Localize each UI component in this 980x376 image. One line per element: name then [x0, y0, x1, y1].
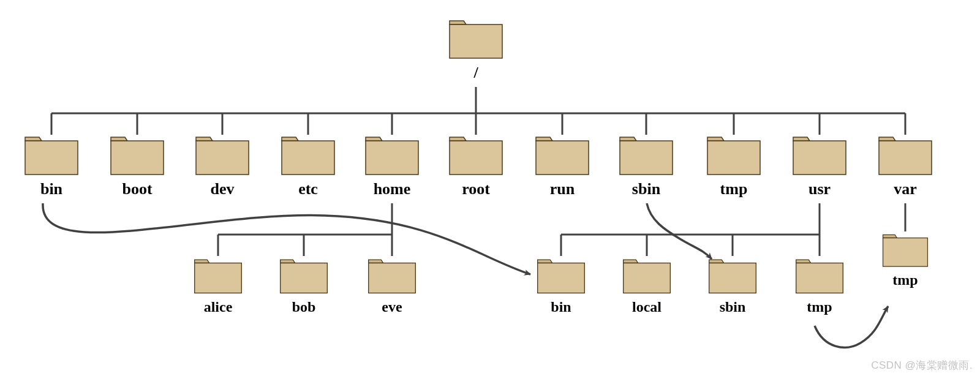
svg-rect-37: [195, 263, 242, 293]
folder-label: sbin: [707, 299, 758, 315]
folder-usr-sbin: sbin: [707, 256, 758, 315]
svg-rect-42: [709, 263, 756, 293]
folder-label: usr: [791, 180, 848, 198]
folder-icon: [23, 133, 80, 176]
folder-icon: [280, 133, 336, 176]
svg-rect-31: [450, 141, 502, 175]
filesystem-tree-diagram: / bin boot dev etc home root run sbin tm…: [0, 0, 980, 376]
folder-icon: [706, 133, 762, 176]
folder-label: tmp: [881, 272, 929, 288]
folder-icon: [877, 133, 933, 176]
folder-label: etc: [280, 180, 336, 198]
folder-icon: [618, 133, 674, 176]
folder-icon: [536, 256, 586, 295]
folder-label: boot: [109, 180, 165, 198]
svg-rect-34: [707, 141, 760, 175]
folder-bin: bin: [23, 133, 80, 198]
folder-label: sbin: [618, 180, 674, 198]
folder-label: tmp: [706, 180, 762, 198]
folder-icon: [794, 256, 845, 295]
folder-icon: [367, 256, 417, 295]
folder-icon: [193, 256, 243, 295]
svg-rect-43: [796, 263, 843, 293]
folder-icon: [881, 231, 929, 268]
folder-dev: dev: [194, 133, 251, 198]
svg-rect-39: [369, 263, 416, 293]
folder-label: run: [534, 180, 590, 198]
svg-rect-33: [620, 141, 673, 175]
folder-icon: [622, 256, 672, 295]
folder-label: dev: [194, 180, 251, 198]
svg-rect-27: [111, 141, 164, 175]
folder-icon: [109, 133, 165, 176]
folder-label: local: [622, 299, 672, 315]
folder-icon: [448, 17, 504, 60]
folder-sbin: sbin: [618, 133, 674, 198]
folder-home-eve: eve: [367, 256, 417, 315]
svg-rect-29: [282, 141, 334, 175]
svg-rect-25: [450, 24, 502, 58]
folder-usr-bin: bin: [536, 256, 586, 315]
folder-home-bob: bob: [279, 256, 329, 315]
folder-home-alice: alice: [193, 256, 243, 315]
folder-icon: [364, 133, 420, 176]
folder-root: /: [448, 17, 504, 82]
svg-rect-38: [281, 263, 328, 293]
folder-etc: etc: [280, 133, 336, 198]
watermark: CSDN @海棠赠微雨.: [871, 358, 973, 372]
folder-root-dir: root: [448, 133, 504, 198]
folder-home: home: [364, 133, 420, 198]
svg-rect-40: [538, 263, 585, 293]
folder-usr: usr: [791, 133, 848, 198]
svg-rect-30: [366, 141, 418, 175]
svg-rect-35: [793, 141, 846, 175]
folder-label: eve: [367, 299, 417, 315]
svg-rect-28: [196, 141, 249, 175]
folder-icon: [279, 256, 329, 295]
folder-label: bin: [23, 180, 80, 198]
folder-label: var: [877, 180, 933, 198]
folder-icon: [534, 133, 590, 176]
folder-usr-local: local: [622, 256, 672, 315]
folder-label: tmp: [794, 299, 845, 315]
folder-icon: [791, 133, 848, 176]
folder-label-root: /: [448, 64, 504, 82]
folder-label: bin: [536, 299, 586, 315]
folder-label: bob: [279, 299, 329, 315]
folder-icon: [448, 133, 504, 176]
svg-rect-44: [883, 238, 928, 267]
folder-var-tmp: tmp: [881, 231, 929, 288]
folder-boot: boot: [109, 133, 165, 198]
svg-rect-36: [879, 141, 932, 175]
svg-rect-41: [624, 263, 671, 293]
folder-label: alice: [193, 299, 243, 315]
svg-rect-32: [536, 141, 589, 175]
folder-label: root: [448, 180, 504, 198]
folder-tmp: tmp: [706, 133, 762, 198]
folder-label: home: [364, 180, 420, 198]
folder-icon: [707, 256, 758, 295]
svg-rect-26: [25, 141, 78, 175]
folder-icon: [194, 133, 251, 176]
folder-var: var: [877, 133, 933, 198]
folder-run: run: [534, 133, 590, 198]
folder-usr-tmp: tmp: [794, 256, 845, 315]
